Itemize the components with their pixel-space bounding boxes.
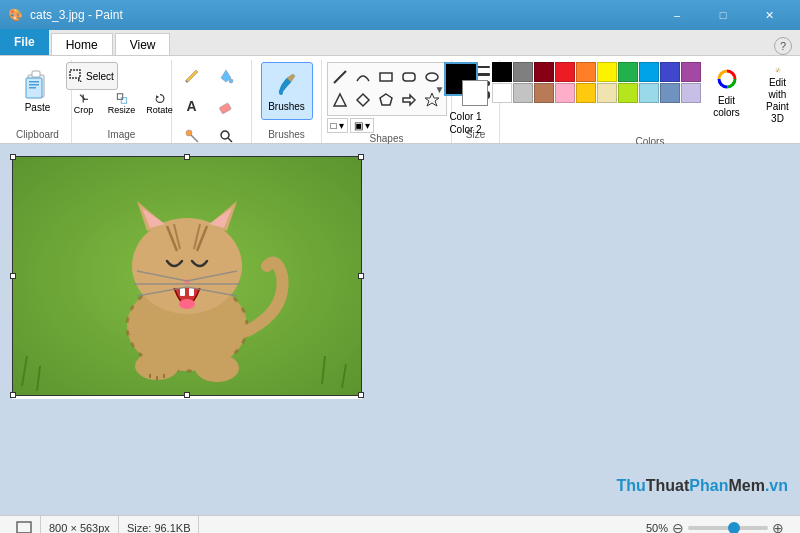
pencil-button[interactable]	[176, 62, 208, 90]
tools-group: A Tools	[172, 60, 252, 143]
paste-button[interactable]: Paste	[12, 62, 64, 120]
clipboard-label: Clipboard	[16, 129, 59, 143]
zoom-label: 50%	[646, 522, 668, 534]
clipboard-group-content: Paste	[12, 60, 64, 129]
svg-point-23	[279, 91, 283, 95]
tab-view[interactable]: View	[115, 33, 171, 55]
color-swatch-12[interactable]	[534, 83, 554, 103]
select-button[interactable]: Select	[66, 62, 118, 90]
tab-home[interactable]: Home	[51, 33, 113, 55]
color-swatch-15[interactable]	[597, 83, 617, 103]
shape-curve[interactable]	[353, 67, 373, 87]
eraser-button[interactable]	[210, 92, 242, 120]
color-swatch-11[interactable]	[513, 83, 533, 103]
resize-icon	[115, 93, 129, 104]
fill-dropdown[interactable]: ▣▾	[350, 118, 374, 133]
color-swatch-4[interactable]	[576, 62, 596, 82]
svg-point-38	[778, 70, 779, 71]
tab-file[interactable]: File	[0, 29, 49, 55]
help-button[interactable]: ?	[774, 37, 792, 55]
magnify-icon	[218, 128, 234, 144]
color-swatch-6[interactable]	[618, 62, 638, 82]
svg-rect-8	[29, 87, 36, 89]
color-swatch-5[interactable]	[597, 62, 617, 82]
svg-line-24	[334, 71, 346, 83]
watermark-thuat: Thuat	[646, 477, 690, 494]
shape-line[interactable]	[330, 67, 350, 87]
svg-rect-6	[29, 81, 39, 83]
color-swatch-1[interactable]	[513, 62, 533, 82]
color-swatch-9[interactable]	[681, 62, 701, 82]
shape-diamond[interactable]	[353, 90, 373, 110]
window-title: cats_3.jpg - Paint	[30, 8, 654, 22]
color-swatch-10[interactable]	[492, 83, 512, 103]
edit-paint3d-icon	[764, 67, 792, 73]
edit-colors-button[interactable]: Edit colors	[705, 62, 749, 130]
zoom-track[interactable]	[688, 526, 768, 530]
maximize-button[interactable]: □	[700, 0, 746, 30]
color-swatch-8[interactable]	[660, 62, 680, 82]
svg-rect-7	[29, 84, 39, 86]
status-dimensions-section: 800 × 563px	[41, 516, 119, 533]
color-swatch-2[interactable]	[534, 62, 554, 82]
color-swatch-18[interactable]	[660, 83, 680, 103]
minimize-button[interactable]: –	[654, 0, 700, 30]
color-swatch-13[interactable]	[555, 83, 575, 103]
shape-rect[interactable]	[376, 67, 396, 87]
svg-marker-31	[403, 95, 415, 105]
select-icon	[69, 69, 83, 83]
svg-rect-1	[32, 71, 40, 77]
color-swatch-14[interactable]	[576, 83, 596, 103]
color-swatch-19[interactable]	[681, 83, 701, 103]
canvas-area[interactable]: ThuThuatPhanMem.vn	[0, 144, 800, 515]
color-swatch-17[interactable]	[639, 83, 659, 103]
shape-rounded-rect[interactable]	[399, 67, 419, 87]
fill-button[interactable]	[210, 62, 242, 90]
svg-point-35	[776, 71, 777, 72]
svg-rect-25	[380, 73, 392, 81]
color-swatch-7[interactable]	[639, 62, 659, 82]
svg-rect-71	[17, 522, 31, 533]
shape-pentagon[interactable]	[376, 90, 396, 110]
crop-button[interactable]: Crop	[66, 92, 102, 116]
chevron-fill: ▾	[365, 120, 370, 131]
brushes-label: Brushes	[268, 101, 305, 112]
pick-color-icon	[184, 128, 200, 144]
text-button[interactable]: A	[176, 92, 208, 120]
ribbon-content: Paste Clipboard Select	[0, 56, 800, 144]
outline-icon: □	[331, 120, 337, 131]
close-button[interactable]: ✕	[746, 0, 792, 30]
svg-point-27	[426, 73, 438, 81]
title-bar: 🎨 cats_3.jpg - Paint – □ ✕	[0, 0, 800, 30]
shape-triangle[interactable]	[330, 90, 350, 110]
brushes-group-content: Brushes	[261, 60, 313, 129]
svg-point-53	[179, 299, 195, 309]
shape-arrow-right[interactable]	[399, 90, 419, 110]
color-swatch-3[interactable]	[555, 62, 575, 82]
zoom-plus-button[interactable]: ⊕	[772, 520, 784, 534]
shapes-group-content: ▼ □▾ ▣▾	[327, 60, 447, 133]
brushes-button[interactable]: Brushes	[261, 62, 313, 120]
clipboard-group: Paste Clipboard	[4, 60, 72, 143]
color-swatch-0[interactable]	[492, 62, 512, 82]
edit-paint3d-button[interactable]: Edit withPaint 3D	[753, 62, 801, 130]
svg-marker-28	[334, 94, 346, 106]
color-swatch-16[interactable]	[618, 83, 638, 103]
svg-point-62	[135, 352, 179, 380]
resize-label: Resize	[108, 105, 136, 115]
image-label: Image	[108, 129, 136, 143]
zoom-thumb[interactable]	[728, 522, 740, 534]
watermark-phan: Phan	[689, 477, 728, 494]
svg-point-17	[229, 79, 233, 83]
canvas-icon	[16, 520, 32, 534]
resize-button[interactable]: Resize	[104, 92, 140, 116]
outline-dropdown[interactable]: □▾	[327, 118, 348, 133]
color2-swatch[interactable]	[462, 80, 488, 106]
colors-group: Color 1 Color 2 Edit	[500, 60, 800, 143]
zoom-minus-button[interactable]: ⊖	[672, 520, 684, 534]
svg-rect-9	[70, 70, 80, 78]
color1-label: Color 1	[449, 111, 481, 123]
eraser-icon	[218, 98, 234, 114]
color-swatches-area: Color 1 Color 2	[444, 62, 488, 136]
svg-rect-18	[219, 103, 231, 114]
